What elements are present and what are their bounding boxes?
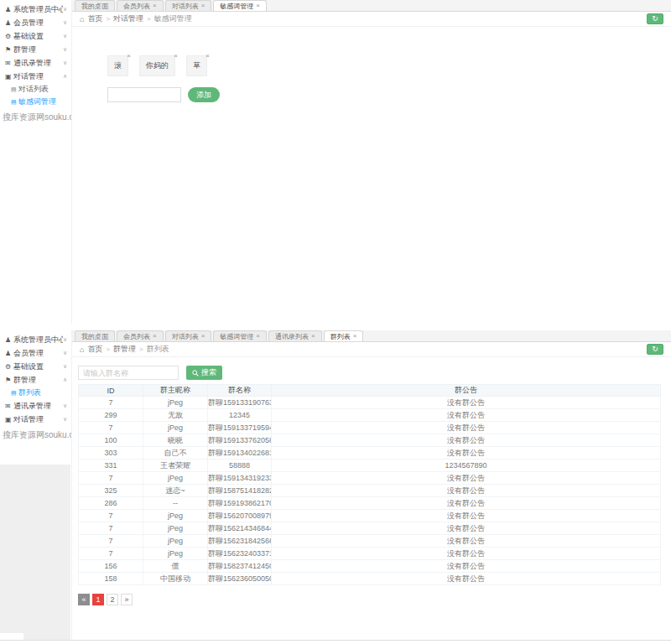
tab-4[interactable]: 敏感词管理× xyxy=(213,0,267,11)
chevron-down-icon: ∨ xyxy=(63,46,67,53)
sidebar-item-1[interactable]: ♟会员管理∨ xyxy=(0,16,71,29)
sidebar-subitem[interactable]: ▤群列表 xyxy=(0,387,71,399)
add-word-button[interactable]: 添加 xyxy=(188,87,220,102)
tab-2[interactable]: 会员列表× xyxy=(117,330,164,341)
sidebar-item-4[interactable]: ✉通讯录管理∨ xyxy=(0,399,71,413)
sidebar-item-2[interactable]: ⚙基础设置∨ xyxy=(0,360,71,373)
sidebar-item-label: 会员管理 xyxy=(13,348,63,359)
tab-6[interactable]: 群列表× xyxy=(324,330,364,341)
table-cell: 僵 xyxy=(143,560,208,573)
prev-page-button[interactable]: « xyxy=(78,594,90,605)
table-cell: 群聊1591340226819 xyxy=(208,447,272,460)
column-header: ID xyxy=(79,385,143,397)
sidebar-header[interactable]: ♟系统管理员中心∨ xyxy=(0,3,71,16)
sidebar-item-3[interactable]: ⚑群管理∧ xyxy=(0,373,71,387)
remove-word-icon[interactable]: × xyxy=(205,53,210,60)
tab-close-icon[interactable]: × xyxy=(256,3,260,9)
sidebar-item-label: 会员管理 xyxy=(13,18,63,29)
breadcrumb-item[interactable]: 首页 xyxy=(87,344,102,355)
sidebar-item-5[interactable]: ▣对话管理∨ xyxy=(0,413,71,426)
table-cell: 12345 xyxy=(208,409,272,422)
column-header: 群名称 xyxy=(208,385,272,397)
main-area: 我的桌面会员列表×对话列表×敏感词管理×通讯录列表×群列表× ⌂首页>群管理>群… xyxy=(72,330,671,640)
tab-label: 对话列表 xyxy=(172,332,199,341)
list-icon: ▤ xyxy=(11,86,18,93)
tab-4[interactable]: 敏感词管理× xyxy=(213,330,267,341)
tab-close-icon[interactable]: × xyxy=(153,3,157,9)
breadcrumb-item[interactable]: 群管理 xyxy=(113,344,136,355)
sensitive-word-tag[interactable]: 滚× xyxy=(107,55,128,76)
remove-word-icon[interactable]: × xyxy=(174,53,178,60)
table-cell: -- xyxy=(143,497,208,510)
sensitive-word-tags: 滚×你妈的×草× xyxy=(107,55,207,76)
remove-word-icon[interactable]: × xyxy=(127,53,131,60)
group-search-input[interactable] xyxy=(78,366,179,380)
refresh-button[interactable]: ↻ xyxy=(647,344,663,355)
sidebar-subitem[interactable]: ▤敏感词管理 xyxy=(0,96,71,108)
table-cell: 没有群公告 xyxy=(272,485,661,497)
member-icon: ♟ xyxy=(5,350,13,357)
chevron-down-icon: ∨ xyxy=(63,6,67,13)
table-row: 7jPeg群聊1591337195940没有群公告 xyxy=(79,422,661,434)
table-header-row: ID群主昵称群名称群公告 xyxy=(79,385,661,397)
table-cell: 没有群公告 xyxy=(272,397,661,409)
member-icon: ♟ xyxy=(5,19,13,27)
breadcrumb-item[interactable]: 首页 xyxy=(87,13,102,24)
chevron-down-icon: ∨ xyxy=(63,336,67,343)
sidebar-item-3[interactable]: ⚑群管理∨ xyxy=(0,43,71,56)
table-row: 7jPeg群聊1591331907638没有群公告 xyxy=(79,397,661,409)
sensitive-word-tag[interactable]: 草× xyxy=(186,55,207,76)
sidebar-subitem[interactable]: ▤对话列表 xyxy=(0,83,71,96)
tab-close-icon[interactable]: × xyxy=(201,3,205,9)
tab-label: 通讯录列表 xyxy=(275,332,309,341)
tab-5[interactable]: 通讯录列表× xyxy=(268,330,322,341)
tab-1[interactable]: 我的桌面 xyxy=(75,0,115,11)
tab-3[interactable]: 对话列表× xyxy=(165,330,212,341)
tab-bar: 我的桌面会员列表×对话列表×敏感词管理× xyxy=(72,0,671,12)
tab-close-icon[interactable]: × xyxy=(153,333,157,340)
table-cell: 无敌 xyxy=(143,409,208,422)
tab-2[interactable]: 会员列表× xyxy=(117,0,164,11)
table-row: 303自己不群聊1591340226819没有群公告 xyxy=(79,447,661,460)
table-cell: 没有群公告 xyxy=(272,409,661,422)
sidebar-header[interactable]: ♟系统管理员中心∨ xyxy=(0,333,71,346)
sidebar-item-2[interactable]: ⚙基础设置∨ xyxy=(0,29,71,43)
table-cell: 7 xyxy=(79,422,143,434)
sidebar-item-label: 对话管理 xyxy=(13,414,63,425)
sidebar-footer-link[interactable]: 搜库资源网souku.cc xyxy=(0,426,71,444)
tab-label: 敏感词管理 xyxy=(220,332,253,341)
page-button-2[interactable]: 2 xyxy=(107,594,118,605)
page-button-1[interactable]: 1 xyxy=(92,594,104,605)
next-page-button[interactable]: » xyxy=(121,594,133,605)
tab-close-icon[interactable]: × xyxy=(256,333,260,340)
chevron-down-icon: ∨ xyxy=(63,363,67,370)
group-icon: ⚑ xyxy=(5,377,13,384)
table-row: 100晓晓群聊1591337620581没有群公告 xyxy=(79,434,661,447)
sidebar-item-4[interactable]: ✉通讯录管理∨ xyxy=(0,56,71,70)
sensitive-word-tag[interactable]: 你妈的× xyxy=(139,55,175,76)
table-cell: 没有群公告 xyxy=(272,472,661,485)
tab-close-icon[interactable]: × xyxy=(353,333,357,340)
table-cell: jPeg xyxy=(143,397,208,409)
search-button[interactable]: 搜索 xyxy=(186,366,222,380)
sidebar-item-5[interactable]: ▣对话管理∧ xyxy=(0,70,71,83)
sidebar-subitem-label: 对话列表 xyxy=(18,84,49,95)
tab-close-icon[interactable]: × xyxy=(311,333,315,340)
tab-1[interactable]: 我的桌面 xyxy=(75,330,115,341)
tab-close-icon[interactable]: × xyxy=(201,333,205,340)
sensitive-words-admin-panel: ♟系统管理员中心∨♟会员管理∨⚙基础设置∨⚑群管理∨✉通讯录管理∨▣对话管理∧▤… xyxy=(0,0,671,324)
table-row: 7jPeg群聊1562143468447没有群公告 xyxy=(79,522,661,535)
sidebar-item-label: 群管理 xyxy=(13,375,63,386)
breadcrumb-item[interactable]: 对话管理 xyxy=(113,13,143,24)
table-cell: jPeg xyxy=(143,522,208,535)
table-cell: 群聊1562143468447 xyxy=(208,522,272,535)
sidebar-footer-link[interactable]: 搜库资源网souku.cc xyxy=(0,108,71,127)
sidebar-item-1[interactable]: ♟会员管理∨ xyxy=(0,346,71,360)
table-cell: 群聊1591331907638 xyxy=(208,397,272,409)
refresh-button[interactable]: ↻ xyxy=(647,13,663,24)
tab-3[interactable]: 对话列表× xyxy=(165,0,212,11)
table-cell: jPeg xyxy=(143,510,208,522)
sensitive-word-input[interactable] xyxy=(107,87,181,102)
table-cell: 没有群公告 xyxy=(272,422,661,434)
chat-icon: ▣ xyxy=(5,416,13,423)
